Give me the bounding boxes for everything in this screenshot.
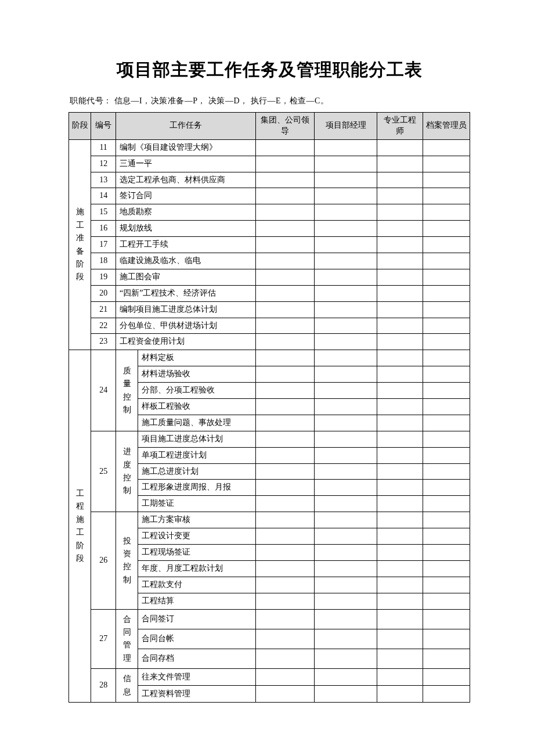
row-no: 14 <box>91 188 116 204</box>
cell-b <box>315 334 377 350</box>
cell-c <box>377 609 423 629</box>
task-cell: 三通一平 <box>116 156 256 172</box>
subgroup-label: 合同管理 <box>116 609 138 669</box>
cell-a <box>255 269 314 285</box>
cell-a <box>255 237 314 253</box>
cell-c <box>377 629 423 649</box>
cell-b <box>315 399 377 415</box>
cell-d <box>423 415 470 431</box>
cell-c <box>377 649 423 668</box>
cell-d <box>423 204 470 221</box>
cell-a <box>255 415 314 431</box>
task-cell: “四新”工程技术、经济评估 <box>116 285 256 301</box>
cell-a <box>255 204 314 221</box>
cell-d <box>423 253 470 269</box>
row-no: 23 <box>91 334 116 350</box>
task-cell: 临建设施及临水、临电 <box>116 253 256 269</box>
task-cell: 工程开工手续 <box>116 237 256 253</box>
cell-b <box>315 285 377 301</box>
table-row: 12三通一平 <box>69 156 470 172</box>
cell-d <box>423 285 470 301</box>
cell-d <box>423 629 470 649</box>
table-row: 施工准备阶段11编制《项目建设管理大纲》 <box>69 139 470 156</box>
cell-b <box>315 188 377 204</box>
cell-d <box>423 669 470 686</box>
table-row: 20“四新”工程技术、经济评估 <box>69 285 470 301</box>
row-no: 24 <box>91 350 116 431</box>
cell-c <box>377 269 423 285</box>
cell-b <box>315 204 377 221</box>
cell-d <box>423 188 470 204</box>
task-cell: 往来文件管理 <box>138 669 256 686</box>
task-cell: 施工图会审 <box>116 269 256 285</box>
cell-d <box>423 318 470 334</box>
phase-label: 工程施工阶段 <box>69 350 91 703</box>
cell-b <box>315 431 377 447</box>
cell-b <box>315 415 377 431</box>
task-cell: 签订合同 <box>116 188 256 204</box>
cell-c <box>377 528 423 545</box>
table-body: 施工准备阶段11编制《项目建设管理大纲》12三通一平13选定工程承包商、材料供应… <box>69 139 470 702</box>
row-no: 16 <box>91 221 116 237</box>
cell-b <box>315 593 377 609</box>
header-col-c: 专业工程师 <box>377 113 423 140</box>
cell-a <box>255 480 314 496</box>
cell-c <box>377 172 423 188</box>
table-row: 13选定工程承包商、材料供应商 <box>69 172 470 188</box>
subgroup-label: 信息 <box>116 669 138 703</box>
cell-a <box>255 686 314 703</box>
table-row: 26投资控制施工方案审核 <box>69 512 470 528</box>
table-row: 25进度控制项目施工进度总体计划 <box>69 431 470 447</box>
cell-d <box>423 366 470 383</box>
cell-d <box>423 649 470 668</box>
cell-a <box>255 609 314 629</box>
table-row: 18临建设施及临水、临电 <box>69 253 470 269</box>
cell-c <box>377 399 423 415</box>
cell-a <box>255 221 314 237</box>
cell-a <box>255 318 314 334</box>
cell-c <box>377 318 423 334</box>
cell-d <box>423 593 470 609</box>
row-no: 15 <box>91 204 116 221</box>
cell-b <box>315 528 377 545</box>
row-no: 27 <box>91 609 116 669</box>
row-no: 18 <box>91 253 116 269</box>
page-title: 项目部主要工作任务及管理职能分工表 <box>68 58 470 82</box>
table-row: 22分包单位、甲供材进场计划 <box>69 318 470 334</box>
cell-d <box>423 480 470 496</box>
cell-c <box>377 334 423 350</box>
task-cell: 施工方案审核 <box>138 512 256 528</box>
cell-d <box>423 221 470 237</box>
row-no: 13 <box>91 172 116 188</box>
task-cell: 合同签订 <box>138 609 256 629</box>
cell-d <box>423 528 470 545</box>
cell-c <box>377 221 423 237</box>
row-no: 22 <box>91 318 116 334</box>
cell-a <box>255 366 314 383</box>
cell-d <box>423 512 470 528</box>
cell-b <box>315 686 377 703</box>
cell-b <box>315 366 377 383</box>
task-cell: 材料定板 <box>138 350 256 366</box>
cell-b <box>315 463 377 480</box>
cell-c <box>377 431 423 447</box>
cell-b <box>315 669 377 686</box>
task-cell: 材料进场验收 <box>138 366 256 383</box>
cell-a <box>255 301 314 318</box>
cell-a <box>255 188 314 204</box>
cell-d <box>423 463 470 480</box>
cell-a <box>255 545 314 561</box>
cell-b <box>315 383 377 399</box>
task-cell: 工程现场签证 <box>138 545 256 561</box>
row-no: 12 <box>91 156 116 172</box>
cell-d <box>423 237 470 253</box>
cell-a <box>255 172 314 188</box>
cell-b <box>315 649 377 668</box>
cell-a <box>255 629 314 649</box>
header-task: 工作任务 <box>116 113 256 140</box>
cell-a <box>255 669 314 686</box>
task-cell: 施工质量问题、事故处理 <box>138 415 256 431</box>
cell-a <box>255 253 314 269</box>
cell-c <box>377 350 423 366</box>
subgroup-label: 投资控制 <box>116 512 138 609</box>
